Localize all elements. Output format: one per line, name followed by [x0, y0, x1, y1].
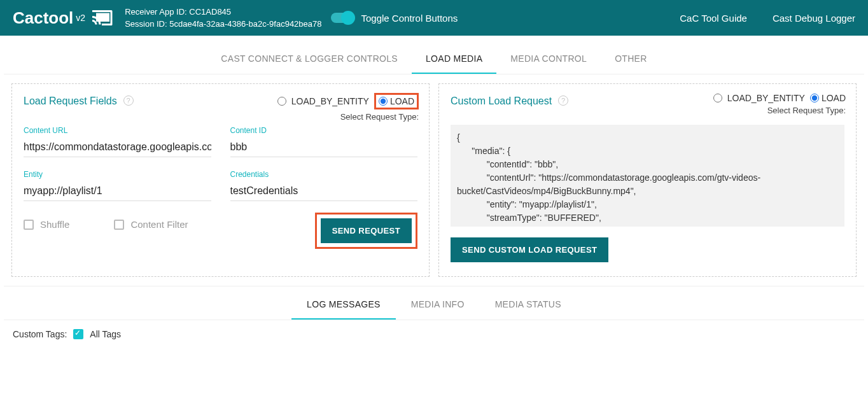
tab-other[interactable]: OTHER: [601, 45, 661, 74]
checkbox-all-tags[interactable]: [73, 329, 83, 339]
radio-load-by-entity-right[interactable]: [713, 94, 722, 102]
custom-tags-label: Custom Tags:: [13, 329, 67, 339]
label-entity: Entity: [24, 170, 211, 179]
log-tabs: LOG MESSAGES MEDIA INFO MEDIA STATUS: [4, 290, 864, 320]
tab-media-info[interactable]: MEDIA INFO: [396, 290, 480, 320]
radio-load-by-entity-left[interactable]: [277, 97, 286, 106]
main-tabs: CAST CONNECT & LOGGER CONTROLS LOAD MEDI…: [4, 45, 864, 74]
send-request-button[interactable]: SEND REQUEST: [321, 218, 412, 243]
checkbox-icon: [24, 220, 34, 230]
app-id-value: CC1AD845: [189, 7, 231, 17]
input-content-id[interactable]: [230, 137, 418, 157]
app-header: Cactool v2 Receiver App ID: CC1AD845 Ses…: [0, 0, 868, 36]
request-type-left: LOAD_BY_ENTITY LOAD Select Request Type:: [277, 93, 419, 122]
radio-load-left[interactable]: [379, 97, 388, 106]
tab-media-status[interactable]: MEDIA STATUS: [480, 290, 577, 320]
panel-custom-load-request: Custom Load Request ? LOAD_BY_ENTITY LOA…: [438, 83, 857, 277]
session-info: Receiver App ID: CC1AD845 Session ID: 5c…: [125, 6, 321, 31]
request-type-label-right: Select Request Type:: [713, 106, 846, 115]
link-cac-guide[interactable]: CaC Tool Guide: [680, 13, 747, 24]
checkbox-icon: [114, 220, 124, 230]
input-credentials[interactable]: [230, 181, 418, 201]
label-credentials: Credentials: [230, 170, 418, 179]
input-entity[interactable]: [24, 181, 211, 201]
checkbox-content-filter[interactable]: Content Filter: [114, 219, 188, 230]
highlight-send-request: SEND REQUEST: [315, 213, 417, 249]
all-tags-label: All Tags: [90, 329, 121, 339]
link-cast-debug[interactable]: Cast Debug Logger: [773, 13, 855, 24]
panel-title-left: Load Request Fields: [24, 95, 117, 106]
highlight-load-radio: LOAD: [374, 93, 419, 109]
tab-cast-connect[interactable]: CAST CONNECT & LOGGER CONTROLS: [207, 45, 412, 74]
request-type-right: LOAD_BY_ENTITY LOAD Select Request Type:: [713, 93, 846, 115]
label-content-url: Content URL: [24, 126, 211, 135]
checkbox-shuffle[interactable]: Shuffle: [24, 219, 69, 230]
help-icon[interactable]: ?: [123, 95, 134, 106]
toggle-control-buttons[interactable]: [331, 13, 354, 23]
custom-json-textarea[interactable]: [451, 125, 844, 227]
logo-text: Cactool: [13, 8, 73, 28]
log-section: LOG MESSAGES MEDIA INFO MEDIA STATUS Cus…: [4, 286, 864, 365]
input-content-url[interactable]: [24, 137, 211, 157]
help-icon[interactable]: ?: [558, 95, 568, 106]
logo-version: v2: [76, 13, 85, 23]
tab-log-messages[interactable]: LOG MESSAGES: [291, 290, 396, 320]
send-custom-request-button[interactable]: SEND CUSTOM LOAD REQUEST: [451, 237, 608, 262]
tab-media-control[interactable]: MEDIA CONTROL: [496, 45, 601, 74]
label-content-id: Content ID: [230, 126, 418, 135]
radio-load-right[interactable]: [810, 94, 819, 102]
session-id-value: 5cdae4fa-32aa-4386-ba2c-9fac942bea78: [169, 19, 321, 29]
toggle-label: Toggle Control Buttons: [361, 13, 458, 24]
panel-title-right: Custom Load Request: [451, 95, 552, 106]
tab-load-media[interactable]: LOAD MEDIA: [412, 45, 496, 74]
svg-rect-0: [96, 13, 109, 22]
panel-load-request-fields: Load Request Fields ? LOAD_BY_ENTITY LOA…: [11, 83, 430, 277]
request-type-label-left: Select Request Type:: [277, 112, 419, 122]
cast-icon[interactable]: [90, 8, 113, 27]
